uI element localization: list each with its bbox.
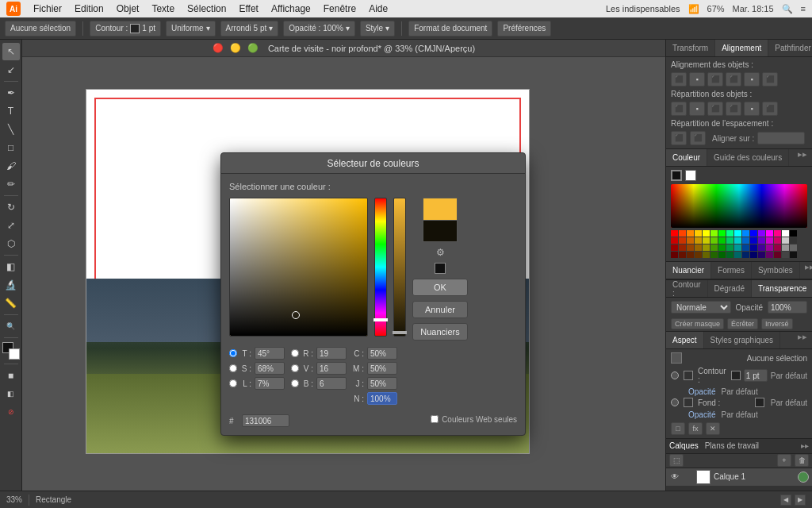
swatch[interactable] bbox=[718, 252, 726, 258]
delete-item-btn[interactable]: ✕ bbox=[706, 422, 720, 435]
lock-toggle-contour[interactable] bbox=[684, 371, 693, 380]
swatch[interactable] bbox=[758, 244, 765, 251]
aligner-input[interactable] bbox=[757, 132, 805, 144]
next-page-btn[interactable]: ▶ bbox=[795, 495, 806, 506]
swatch[interactable] bbox=[790, 252, 797, 258]
distrib-right[interactable]: ⬛ bbox=[762, 102, 778, 116]
selection-tool[interactable]: ↖ bbox=[2, 43, 20, 60]
menu-extra-icon[interactable]: ≡ bbox=[801, 4, 806, 13]
swatch[interactable] bbox=[758, 230, 765, 237]
blend-tool[interactable]: ⬡ bbox=[2, 235, 20, 252]
inverser-btn[interactable]: Inversé bbox=[761, 318, 793, 329]
ok-button[interactable]: OK bbox=[412, 279, 468, 296]
fx-btn[interactable]: fx bbox=[688, 422, 703, 435]
swatch[interactable] bbox=[734, 244, 741, 251]
align-right[interactable]: ⬛ bbox=[707, 72, 723, 87]
aspect-menu[interactable]: ▸▸ bbox=[793, 332, 812, 348]
menu-selection[interactable]: Sélection bbox=[187, 3, 226, 14]
color-panel-menu[interactable]: ▸▸ bbox=[793, 149, 812, 166]
align-top[interactable]: ⬛ bbox=[726, 72, 741, 87]
tab-aspect[interactable]: Aspect bbox=[666, 332, 704, 348]
opacity-control[interactable]: Opacité : 100%▾ bbox=[283, 21, 355, 37]
swatch[interactable] bbox=[742, 230, 749, 237]
measure-tool[interactable]: 📏 bbox=[2, 294, 20, 312]
swatch[interactable] bbox=[766, 230, 773, 237]
swatch[interactable] bbox=[695, 252, 702, 258]
type-tool[interactable]: T bbox=[2, 102, 20, 120]
swatch[interactable] bbox=[790, 244, 797, 251]
tab-degrade[interactable]: Dégradé bbox=[708, 280, 752, 297]
hex-input[interactable] bbox=[242, 414, 289, 427]
swatch[interactable] bbox=[774, 230, 781, 237]
swatch[interactable] bbox=[782, 252, 789, 258]
minimize-btn[interactable]: 🟡 bbox=[230, 43, 241, 53]
swatch[interactable] bbox=[782, 244, 789, 251]
menu-affichage[interactable]: Affichage bbox=[271, 3, 311, 14]
tab-contour[interactable]: Contour : bbox=[666, 280, 708, 297]
r-input[interactable] bbox=[316, 347, 347, 360]
v-input[interactable] bbox=[316, 362, 347, 375]
l-input[interactable] bbox=[255, 377, 285, 390]
tab-symboles[interactable]: Symboles bbox=[752, 262, 800, 279]
align-bottom[interactable]: ⬛ bbox=[762, 72, 778, 87]
eye-icon-calque[interactable]: 👁 bbox=[669, 471, 680, 483]
paintbrush-tool[interactable]: 🖌 bbox=[2, 157, 20, 175]
contour-swatch[interactable] bbox=[130, 24, 140, 33]
prefs-btn[interactable]: Préférences bbox=[497, 21, 551, 37]
tab-plans[interactable]: Plans de travail bbox=[705, 441, 759, 450]
swatch[interactable] bbox=[679, 237, 686, 244]
swatch[interactable] bbox=[718, 237, 726, 244]
opacity-link[interactable]: Opacité bbox=[688, 387, 715, 396]
swatch[interactable] bbox=[703, 252, 710, 258]
esp-h[interactable]: ⬛ bbox=[671, 131, 687, 145]
calques-tool-3[interactable]: 🗑 bbox=[795, 454, 809, 467]
swatch[interactable] bbox=[766, 244, 773, 251]
t-input[interactable] bbox=[255, 347, 285, 360]
swatch[interactable] bbox=[726, 237, 733, 244]
swatch[interactable] bbox=[687, 230, 694, 237]
add-item-btn[interactable]: □ bbox=[671, 422, 685, 435]
swatch[interactable] bbox=[687, 252, 694, 258]
hue-slider[interactable] bbox=[374, 198, 387, 337]
tab-guide-couleurs[interactable]: Guide des couleurs bbox=[707, 149, 789, 166]
v-radio[interactable] bbox=[291, 364, 299, 372]
shape-tool[interactable]: □ bbox=[2, 139, 20, 156]
maximize-btn[interactable]: 🟢 bbox=[247, 43, 259, 53]
r-radio[interactable] bbox=[291, 349, 299, 357]
align-center-v[interactable]: ▪ bbox=[744, 72, 760, 87]
swatch[interactable] bbox=[718, 244, 726, 251]
menu-fenetre[interactable]: Fenêtre bbox=[324, 3, 356, 14]
distrib-top[interactable]: ⬛ bbox=[671, 102, 687, 116]
swatch[interactable] bbox=[734, 230, 741, 237]
swatch[interactable] bbox=[790, 237, 797, 244]
swatch[interactable] bbox=[703, 244, 710, 251]
swatch[interactable] bbox=[695, 244, 702, 251]
swatch[interactable] bbox=[687, 244, 694, 251]
swatch[interactable] bbox=[703, 237, 710, 244]
style-control[interactable]: Style▾ bbox=[360, 21, 395, 37]
calques-tool-2[interactable]: + bbox=[777, 454, 791, 467]
tab-couleur[interactable]: Couleur bbox=[666, 149, 707, 166]
format-btn[interactable]: Format de document bbox=[408, 21, 492, 37]
esp-v[interactable]: ⬛ bbox=[690, 131, 706, 145]
swatch[interactable] bbox=[671, 244, 678, 251]
nuancier-menu[interactable]: ▸▸ bbox=[800, 262, 812, 279]
swatch[interactable] bbox=[734, 237, 741, 244]
swatch[interactable] bbox=[758, 252, 765, 258]
eye-toggle-fond[interactable] bbox=[671, 398, 679, 406]
swatch[interactable] bbox=[774, 252, 781, 258]
tab-styles[interactable]: Styles graphiques bbox=[704, 332, 781, 348]
swatch[interactable] bbox=[758, 237, 765, 244]
swatch[interactable] bbox=[766, 237, 773, 244]
swatch[interactable] bbox=[718, 230, 726, 237]
distrib-center-v[interactable]: ▪ bbox=[744, 102, 760, 116]
swatch[interactable] bbox=[671, 237, 678, 244]
swatch[interactable] bbox=[679, 252, 686, 258]
contour-size-input[interactable] bbox=[744, 369, 768, 382]
swatch[interactable] bbox=[750, 244, 757, 251]
menu-edition[interactable]: Edition bbox=[75, 3, 104, 14]
cancel-button[interactable]: Annuler bbox=[412, 301, 468, 318]
tab-transform[interactable]: Transform bbox=[666, 40, 715, 56]
b-input[interactable] bbox=[316, 377, 347, 390]
menu-objet[interactable]: Objet bbox=[117, 3, 140, 14]
